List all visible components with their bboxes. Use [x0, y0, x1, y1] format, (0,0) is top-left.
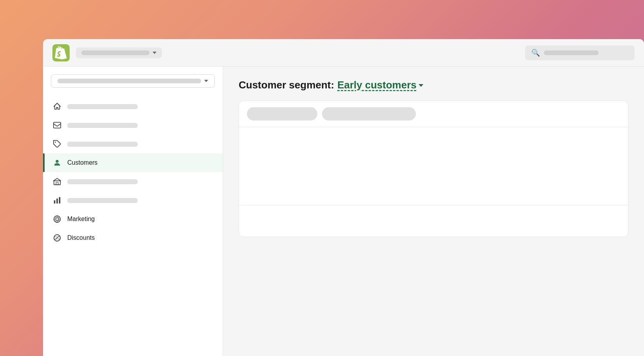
sidebar-dropdown-placeholder: [58, 79, 201, 83]
browser-window: 🔍: [43, 39, 644, 356]
svg-point-12: [56, 236, 56, 237]
sidebar-item-orders-placeholder: [67, 142, 138, 147]
analytics-icon: [52, 196, 62, 205]
card-body-section: [239, 127, 628, 205]
card-footer-section: [239, 205, 628, 237]
svg-point-10: [56, 218, 58, 220]
inbox-icon: [52, 120, 62, 130]
svg-point-2: [55, 142, 56, 143]
svg-rect-4: [54, 181, 61, 185]
content-area: Customer segment: Early customers: [223, 67, 644, 356]
search-bar[interactable]: 🔍: [525, 45, 635, 60]
segment-chevron-icon: [419, 84, 423, 87]
svg-point-13: [58, 239, 59, 239]
sidebar-item-home-placeholder: [67, 104, 138, 109]
store-selector[interactable]: [76, 47, 162, 58]
main-card: [239, 101, 628, 237]
card-tab-1[interactable]: [247, 107, 317, 120]
segment-selector[interactable]: Early customers: [337, 79, 423, 91]
store-selector-chevron: [153, 52, 157, 54]
sidebar-item-marketing[interactable]: Marketing: [43, 210, 223, 228]
svg-rect-1: [54, 122, 61, 128]
sidebar-item-orders[interactable]: [43, 135, 223, 153]
sidebar-item-marketing-label: Marketing: [67, 216, 95, 223]
orders-icon: [52, 139, 62, 149]
search-placeholder: [544, 50, 599, 55]
main-layout: Customers: [43, 67, 644, 356]
store-selector-placeholder: [81, 50, 149, 55]
svg-rect-8: [59, 197, 61, 204]
sidebar-item-analytics[interactable]: [43, 191, 223, 210]
svg-rect-6: [54, 200, 56, 203]
sidebar-item-home[interactable]: [43, 97, 223, 116]
sidebar: Customers: [43, 67, 223, 356]
top-bar: 🔍: [43, 39, 644, 67]
segment-name: Early customers: [337, 79, 416, 91]
search-icon: 🔍: [531, 49, 540, 57]
card-tabs: [239, 101, 628, 127]
sidebar-item-customers[interactable]: Customers: [43, 153, 223, 172]
sidebar-item-customers-label: Customers: [67, 159, 97, 166]
svg-rect-7: [56, 198, 58, 203]
card-tab-2[interactable]: [322, 107, 416, 120]
sidebar-item-store[interactable]: [43, 172, 223, 191]
discounts-icon: [52, 233, 62, 243]
svg-rect-5: [56, 182, 58, 185]
page-title: Customer segment:: [239, 79, 334, 91]
page-header: Customer segment: Early customers: [239, 79, 628, 91]
sidebar-item-discounts[interactable]: Discounts: [43, 228, 223, 247]
sidebar-item-discounts-label: Discounts: [67, 234, 95, 241]
svg-point-3: [56, 160, 58, 163]
shopify-logo: [52, 44, 70, 61]
home-icon: [52, 102, 62, 111]
marketing-icon: [52, 214, 62, 224]
sidebar-item-inbox-placeholder: [67, 123, 138, 128]
sidebar-item-analytics-placeholder: [67, 198, 138, 203]
customers-icon: [52, 158, 62, 167]
sidebar-dropdown[interactable]: [51, 74, 215, 88]
store-icon: [52, 177, 62, 186]
sidebar-item-inbox[interactable]: [43, 116, 223, 135]
sidebar-dropdown-chevron: [204, 80, 208, 82]
sidebar-item-store-placeholder: [67, 179, 138, 184]
